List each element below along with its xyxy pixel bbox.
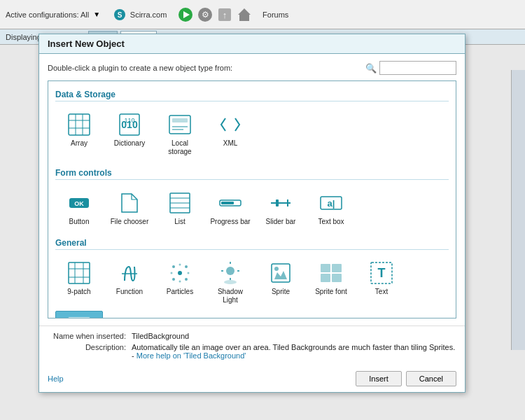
text-box-label: Text box	[318, 218, 344, 226]
dialog-bottom: Name when inserted: TiledBackground Desc…	[39, 326, 465, 367]
svg-point-49	[226, 267, 234, 275]
file-chooser-icon	[117, 190, 142, 216]
insert-object-dialog: Insert New Object Double-click a plugin …	[38, 34, 465, 393]
plugin-tiled-background[interactable]: Tiled Background	[55, 311, 103, 318]
plugin-progress-bar[interactable]: Progress bar	[206, 186, 254, 230]
svg-rect-64	[79, 318, 88, 318]
local-storage-label: Local storage	[160, 139, 200, 156]
button-icon: OK	[66, 190, 92, 216]
plugin-sprite-font[interactable]: Sprite font	[307, 255, 355, 308]
plugin-local-storage[interactable]: Local storage	[156, 107, 204, 160]
tiled-background-icon	[66, 316, 92, 318]
svg-point-54	[224, 280, 237, 284]
shadow-light-label: Shadow Light	[210, 288, 251, 304]
config-dropdown[interactable]: ▼	[93, 10, 100, 18]
particles-icon	[167, 260, 192, 286]
tilemap-icon	[117, 316, 142, 318]
name-value: TiledBackground	[132, 332, 456, 340]
search-input[interactable]	[379, 61, 456, 75]
home-icon[interactable]	[237, 7, 252, 22]
function-icon	[117, 260, 142, 286]
svg-point-41	[172, 265, 175, 268]
footer-left: Help	[48, 374, 351, 384]
svg-point-43	[172, 278, 175, 281]
plugin-xml[interactable]: XML	[206, 107, 254, 160]
search-icon: 🔍	[365, 63, 377, 74]
insert-button[interactable]: Insert	[356, 371, 402, 386]
text-box-icon: a|	[318, 190, 344, 216]
text-label: Text	[375, 288, 388, 296]
svg-rect-63	[69, 318, 78, 318]
ide-toolbar: Active configurations: All ▼ S Scirra.co…	[0, 0, 525, 29]
export-icon[interactable]: ↑	[217, 7, 232, 22]
file-chooser-label: File chooser	[111, 218, 148, 226]
search-area: 🔍	[365, 61, 456, 75]
data-storage-grid: Array 010110 Dictionary Local storage	[55, 107, 449, 160]
plugin-shadow-light[interactable]: Shadow Light	[206, 255, 254, 308]
svg-text:T: T	[378, 266, 386, 280]
plugin-button[interactable]: OK Button	[55, 186, 103, 230]
list-label: List	[174, 218, 186, 226]
svg-text:↑: ↑	[222, 10, 227, 20]
plugin-slider-bar[interactable]: Slider bar	[257, 186, 304, 230]
run-icon[interactable]	[178, 7, 193, 22]
plugin-9patch[interactable]: 9-patch	[55, 255, 103, 308]
svg-text:a|: a|	[328, 198, 335, 209]
plugin-array[interactable]: Array	[55, 107, 103, 160]
svg-point-48	[188, 272, 190, 274]
active-config-label: Active configurations: All	[6, 10, 89, 19]
desc-link[interactable]: More help on 'Tiled Background'	[136, 351, 246, 360]
shadow-light-icon	[218, 260, 243, 286]
sprite-icon	[268, 260, 293, 286]
dialog-footer: Help Insert Cancel	[39, 367, 465, 392]
dialog-title: Insert New Object	[48, 38, 125, 49]
help-link[interactable]: Help	[48, 374, 64, 383]
plugin-tilemap[interactable]: Tilemap	[106, 311, 153, 318]
svg-point-40	[178, 271, 182, 275]
svg-point-46	[179, 281, 181, 283]
svg-rect-58	[332, 264, 342, 272]
section-data-storage: Data & Storage	[55, 90, 449, 102]
plugin-particles[interactable]: Particles	[156, 255, 204, 308]
sprite-font-label: Sprite font	[315, 288, 347, 296]
array-label: Array	[71, 139, 88, 148]
plugin-text[interactable]: T Text	[358, 255, 405, 308]
plugin-sprite[interactable]: Sprite	[257, 255, 304, 308]
name-row: Name when inserted: TiledBackground	[48, 332, 456, 340]
site-label: Scirra.com	[130, 10, 167, 19]
slider-bar-label: Slider bar	[266, 218, 296, 226]
svg-point-45	[179, 264, 181, 266]
scirra-icon: S	[113, 8, 126, 21]
svg-point-42	[185, 265, 188, 268]
cancel-button[interactable]: Cancel	[406, 371, 456, 386]
right-panel	[511, 70, 525, 350]
plugin-list-inner: Data & Storage Array 010110 Dictionary	[48, 81, 456, 318]
plugin-dictionary[interactable]: 010110 Dictionary	[106, 107, 153, 160]
name-label: Name when inserted:	[48, 332, 132, 340]
plugin-list[interactable]: List	[156, 186, 204, 230]
svg-rect-30	[276, 200, 279, 206]
svg-rect-55	[272, 264, 290, 282]
array-icon	[66, 112, 92, 137]
forums-label: Forums	[262, 10, 288, 19]
list-icon	[167, 190, 192, 216]
text-icon: T	[369, 260, 394, 286]
plugin-text-box[interactable]: a| Text box	[307, 186, 355, 230]
svg-point-44	[185, 278, 188, 281]
svg-text:110: 110	[124, 117, 134, 124]
instruction-text: Double-click a plugin to create a new ob…	[48, 64, 232, 72]
plugin-list-container: Data & Storage Array 010110 Dictionary	[48, 80, 456, 318]
gear-icon[interactable]: ⚙	[197, 7, 213, 22]
plugin-function[interactable]: Function	[106, 255, 153, 308]
plugin-file-chooser[interactable]: File chooser	[106, 186, 153, 230]
svg-rect-67	[69, 318, 90, 318]
sprite-font-icon	[318, 260, 344, 286]
sprite-label: Sprite	[272, 288, 290, 296]
progress-bar-icon	[218, 190, 243, 216]
9patch-icon	[66, 260, 92, 286]
svg-text:S: S	[117, 11, 122, 19]
svg-rect-28	[221, 202, 234, 204]
dictionary-label: Dictionary	[114, 139, 145, 148]
svg-point-47	[171, 272, 173, 274]
dialog-titlebar: Insert New Object	[39, 34, 465, 54]
